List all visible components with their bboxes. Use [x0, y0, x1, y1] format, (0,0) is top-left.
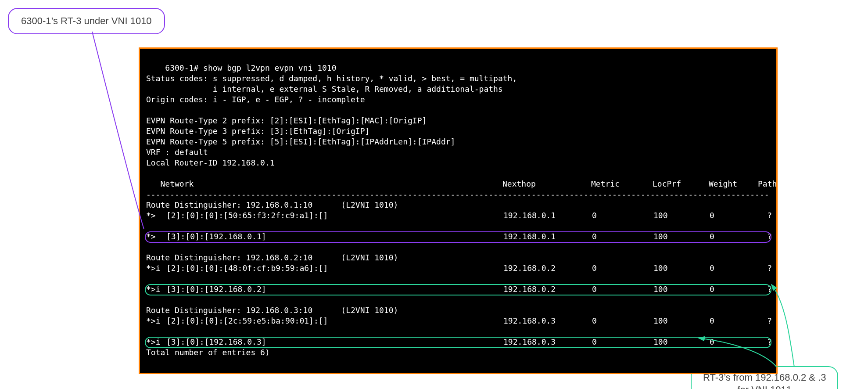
rd-block-2: Route Distinguisher: 192.168.0.2:10 (L2V…	[146, 252, 770, 295]
weight-cell: 0	[710, 284, 759, 295]
nexthop-cell: 192.168.0.2	[503, 263, 592, 274]
table-row: *>i[2]:[0]:[0]:[48:0f:cf:b9:59:a6]:[]192…	[146, 263, 770, 274]
prefix-cell: [3]:[0]:[192.168.0.2]	[166, 284, 503, 295]
prefix-cell: [2]:[0]:[0]:[2c:59:e5:ba:90:01]:[]	[166, 316, 503, 326]
locprf-cell: 100	[653, 337, 710, 347]
table-row: *>[2]:[0]:[0]:[50:65:f3:2f:c9:a1]:[]192.…	[146, 210, 770, 221]
weight-cell: 0	[710, 231, 759, 242]
header-path: Path	[758, 179, 775, 189]
table-row: *>i[3]:[0]:[192.168.0.3]192.168.0.301000…	[146, 337, 770, 347]
diagram-canvas: 6300-1’s RT-3 under VNI 1010 RT-3’s from…	[0, 0, 868, 389]
rd-label: Route Distinguisher: 192.168.0.3:10	[146, 306, 312, 315]
prefix-cell: [3]:[0]:[192.168.0.3]	[166, 337, 503, 347]
status-cell: *>i	[146, 316, 166, 326]
path-cell: ?	[759, 316, 772, 326]
status-cell: *>i	[146, 337, 166, 347]
weight-cell: 0	[710, 210, 759, 221]
rd-block-1: Route Distinguisher: 192.168.0.1:10 (L2V…	[146, 200, 770, 242]
origin-codes-line: Origin codes: i - IGP, e - EGP, ? - inco…	[146, 95, 365, 104]
metric-cell: 0	[592, 284, 653, 295]
total-entries-line: Total number of entries 6)	[146, 348, 270, 357]
nexthop-cell: 192.168.0.2	[503, 284, 592, 295]
status-cell: *>	[146, 210, 166, 221]
rd-vni: (L2VNI 1010)	[341, 253, 398, 262]
metric-cell: 0	[592, 210, 653, 221]
locprf-cell: 100	[653, 284, 710, 295]
header-locprf: LocPrf	[653, 179, 709, 189]
vrf-line: VRF : default	[146, 148, 208, 157]
path-cell: ?	[759, 263, 772, 274]
annotation-bubble-purple: 6300-1’s RT-3 under VNI 1010	[8, 8, 165, 34]
rd-block-3: Route Distinguisher: 192.168.0.3:10 (L2V…	[146, 305, 770, 347]
locprf-cell: 100	[653, 231, 710, 242]
nexthop-cell: 192.168.0.1	[503, 210, 592, 221]
evpn-rt5-prefix-format: EVPN Route-Type 5 prefix: [5]:[ESI]:[Eth…	[146, 137, 455, 146]
metric-cell: 0	[592, 337, 653, 347]
evpn-rt2-prefix-format: EVPN Route-Type 2 prefix: [2]:[ESI]:[Eth…	[146, 116, 427, 125]
header-weight: Weight	[709, 179, 758, 189]
prefix-cell: [2]:[0]:[0]:[48:0f:cf:b9:59:a6]:[]	[166, 263, 503, 274]
header-network: Network	[146, 179, 502, 189]
rd-label: Route Distinguisher: 192.168.0.1:10	[146, 200, 312, 209]
status-cell: *>i	[146, 284, 166, 295]
nexthop-cell: 192.168.0.1	[503, 231, 592, 242]
header-metric: Metric	[591, 179, 653, 189]
weight-cell: 0	[710, 316, 759, 326]
annotation-green-text-line2: for VNI 1011	[737, 384, 792, 389]
header-nexthop: Nexthop	[502, 179, 591, 189]
annotation-purple-text: 6300-1’s RT-3 under VNI 1010	[21, 15, 152, 26]
locprf-cell: 100	[653, 263, 710, 274]
metric-cell: 0	[592, 316, 653, 326]
table-row: *>[3]:[0]:[192.168.0.1]192.168.0.101000?	[146, 231, 770, 242]
metric-cell: 0	[592, 263, 653, 274]
status-cell: *>i	[146, 263, 166, 274]
nexthop-cell: 192.168.0.3	[503, 316, 592, 326]
rd-vni: (L2VNI 1010)	[341, 200, 398, 209]
prefix-cell: [3]:[0]:[192.168.0.1]	[166, 231, 503, 242]
path-cell: ?	[759, 284, 772, 295]
rd-label: Route Distinguisher: 192.168.0.2:10	[146, 253, 312, 262]
local-router-id-line: Local Router-ID 192.168.0.1	[146, 158, 275, 167]
status-codes-line2: i internal, e external S Stale, R Remove…	[146, 84, 503, 94]
path-cell: ?	[759, 337, 772, 347]
table-row: *>i[3]:[0]:[192.168.0.2]192.168.0.201000…	[146, 284, 770, 295]
status-cell: *>	[146, 231, 166, 242]
evpn-rt3-prefix-format: EVPN Route-Type 3 prefix: [3]:[EthTag]:[…	[146, 126, 369, 136]
cli-command: 6300-1# show bgp l2vpn evpn vni 1010	[165, 63, 336, 72]
rd-vni: (L2VNI 1010)	[341, 306, 398, 315]
nexthop-cell: 192.168.0.3	[503, 337, 592, 347]
prefix-cell: [2]:[0]:[0]:[50:65:f3:2f:c9:a1]:[]	[166, 210, 503, 221]
connector-purple	[92, 32, 144, 229]
path-cell: ?	[759, 231, 772, 242]
path-cell: ?	[759, 210, 772, 221]
terminal-window: 6300-1# show bgp l2vpn evpn vni 1010 Sta…	[139, 47, 778, 374]
locprf-cell: 100	[653, 316, 710, 326]
locprf-cell: 100	[653, 210, 710, 221]
table-divider: ----------------------------------------…	[146, 189, 770, 200]
metric-cell: 0	[592, 231, 653, 242]
table-row: *>i[2]:[0]:[0]:[2c:59:e5:ba:90:01]:[]192…	[146, 316, 770, 326]
weight-cell: 0	[710, 337, 759, 347]
weight-cell: 0	[710, 263, 759, 274]
status-codes-line1: Status codes: s suppressed, d damped, h …	[146, 74, 517, 83]
